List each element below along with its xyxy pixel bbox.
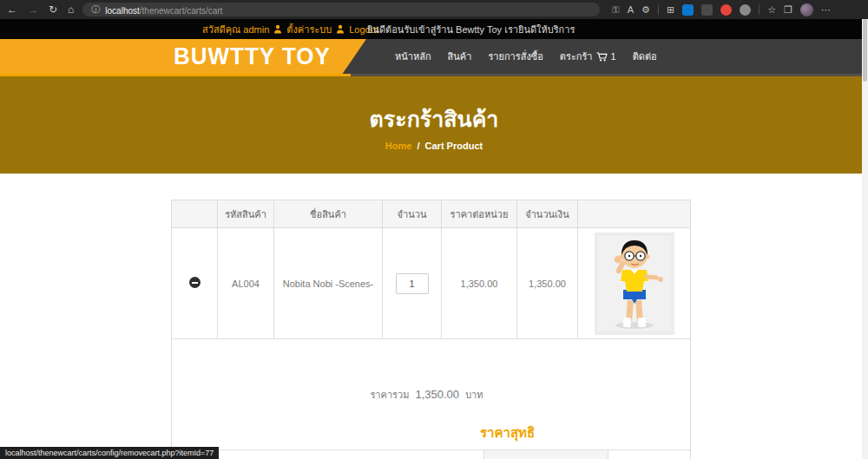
settings-link[interactable]: ตั้งค่าระบบ <box>286 22 332 37</box>
total-unit: บาท <box>465 390 483 400</box>
main-navigation: หน้าหลัก สินค้า รายการสั่งซื้อ ตระกร้า 1… <box>395 39 657 74</box>
product-code-cell: AL004 <box>218 228 274 339</box>
extension-gray-icon[interactable] <box>740 4 751 16</box>
logo-panel: BUWTTY TOY <box>0 39 366 74</box>
forward-icon[interactable]: → <box>28 4 38 15</box>
summary-label-cell: ราคาสินค้า <box>484 450 608 459</box>
greeting-text: สวัสดีคุณ admin <box>202 22 269 37</box>
cart-table-header-row: รหัสสินค้า ชื่อสินค้า จำนวน ราคาต่อหน่วย… <box>172 200 691 228</box>
profile-avatar[interactable] <box>800 3 813 16</box>
col-unit-price: ราคาต่อหน่วย <box>442 200 517 228</box>
cart-icon <box>596 52 608 62</box>
edge-dark <box>351 74 868 76</box>
product-name-cell: Nobita Nobi -Scenes- <box>274 228 383 339</box>
cart-table: รหัสสินค้า ชื่อสินค้า จำนวน ราคาต่อหน่วย… <box>171 200 691 459</box>
product-image-cell <box>578 228 691 339</box>
col-product-code: รหัสสินค้า <box>218 200 274 228</box>
total-cell: ราคารวม 1,350.00 บาท <box>172 339 691 450</box>
font-size-icon[interactable]: A <box>628 5 634 15</box>
page-title: ตระกร้าสินค้า <box>0 102 868 136</box>
cart-count-badge: 1 <box>611 51 616 62</box>
account-topbar: สวัสดีคุณ admin ตั้งค่าระบบ Logout ยินดี… <box>0 19 868 39</box>
back-icon[interactable]: ← <box>7 4 17 15</box>
summary-table: ราคาสินค้า 1,350.00 <box>483 449 691 459</box>
url-host: localhost <box>105 6 139 16</box>
browser-action-icons: ⚿ A ⚙ ⊞ ☆ ❐ ⋯ <box>612 3 831 16</box>
site-info-icon[interactable]: ⓘ <box>91 3 100 16</box>
url-path: /thenewcart/carts/cart <box>140 6 223 16</box>
site-logo[interactable]: BUWTTY TOY <box>174 43 331 71</box>
quantity-cell <box>383 228 442 339</box>
summary-value-cell: 1,350.00 <box>608 450 691 459</box>
divider <box>658 4 659 15</box>
breadcrumb-current: Cart Product <box>425 141 483 151</box>
header-bottom-edge <box>0 74 868 76</box>
nav-home[interactable]: หน้าหลัก <box>395 49 431 64</box>
quantity-input[interactable] <box>396 273 429 294</box>
remove-item-icon[interactable] <box>189 277 201 288</box>
grid-icon[interactable]: ⊞ <box>667 5 674 15</box>
nav-contact[interactable]: ติดต่อ <box>633 49 657 64</box>
page: ← → ↻ ⌂ ⓘ localhost/thenewcart/carts/car… <box>0 0 868 459</box>
cart-content: รหัสสินค้า ชื่อสินค้า จำนวน ราคาต่อหน่วย… <box>0 174 868 459</box>
total-label: ราคารวม <box>370 390 409 400</box>
status-link-tooltip: localhost/thenewcart/carts/config/remove… <box>0 447 219 459</box>
favorites-star-icon[interactable]: ☆ <box>767 5 776 15</box>
user-icon <box>336 24 345 34</box>
scrollbar-thumb[interactable] <box>863 19 867 82</box>
nav-orders[interactable]: รายการสั่งซื้อ <box>488 49 542 64</box>
unit-price-cell: 1,350.00 <box>442 228 517 339</box>
site-header: BUWTTY TOY หน้าหลัก สินค้า รายการสั่งซื้… <box>0 39 868 74</box>
product-photo-nobita <box>595 233 674 335</box>
col-remove <box>172 200 218 228</box>
nav-cart-label: ตระกร้า <box>560 49 593 64</box>
account-links: สวัสดีคุณ admin ตั้งค่าระบบ Logout <box>202 19 378 39</box>
col-quantity: จำนวน <box>383 200 442 228</box>
edge-orange <box>0 74 351 76</box>
nav-products[interactable]: สินค้า <box>448 49 472 64</box>
welcome-message: ยินดีต้อนรับเข้าสู่ร้าน Bewtty Toy เรายิ… <box>367 19 575 39</box>
col-image <box>578 200 691 228</box>
address-bar[interactable]: ⓘ localhost/thenewcart/carts/cart <box>82 3 600 16</box>
amount-cell: 1,350.00 <box>517 228 578 339</box>
refresh-icon[interactable]: ↻ <box>49 4 57 15</box>
col-amount: จำนวนเงิน <box>517 200 578 228</box>
extension-dark-icon[interactable] <box>701 4 713 16</box>
cart-total-row: ราคารวม 1,350.00 บาท <box>172 339 691 450</box>
nav-cart[interactable]: ตระกร้า 1 <box>560 49 616 64</box>
summary-row: ราคาสินค้า 1,350.00 <box>484 450 691 459</box>
remove-cell <box>172 228 218 339</box>
extension-red-icon[interactable] <box>720 4 732 16</box>
total-value: 1,350.00 <box>415 388 459 401</box>
cart-item-row: AL004 Nobita Nobi -Scenes- 1,350.00 1,35… <box>172 228 691 339</box>
user-icon <box>273 24 282 34</box>
more-menu-icon[interactable]: ⋯ <box>821 5 831 15</box>
password-key-icon[interactable]: ⚿ <box>612 5 619 15</box>
col-product-name: ชื่อสินค้า <box>274 200 383 228</box>
collections-icon[interactable]: ❐ <box>784 5 792 15</box>
breadcrumb-home-link[interactable]: Home <box>385 141 412 151</box>
breadcrumb: Home / Cart Product <box>0 141 868 151</box>
extension-blue-icon[interactable] <box>682 4 694 16</box>
divider <box>759 4 760 15</box>
browser-settings-icon[interactable]: ⚙ <box>641 5 650 15</box>
browser-nav-buttons: ← → ↻ ⌂ <box>0 4 82 15</box>
page-banner: ตระกร้าสินค้า Home / Cart Product <box>0 76 868 174</box>
vertical-scrollbar[interactable] <box>862 19 868 459</box>
browser-toolbar: ← → ↻ ⌂ ⓘ localhost/thenewcart/carts/car… <box>0 0 868 19</box>
net-price-title: ราคาสุทธิ <box>480 423 535 443</box>
breadcrumb-separator: / <box>417 141 419 151</box>
home-icon[interactable]: ⌂ <box>68 4 74 15</box>
